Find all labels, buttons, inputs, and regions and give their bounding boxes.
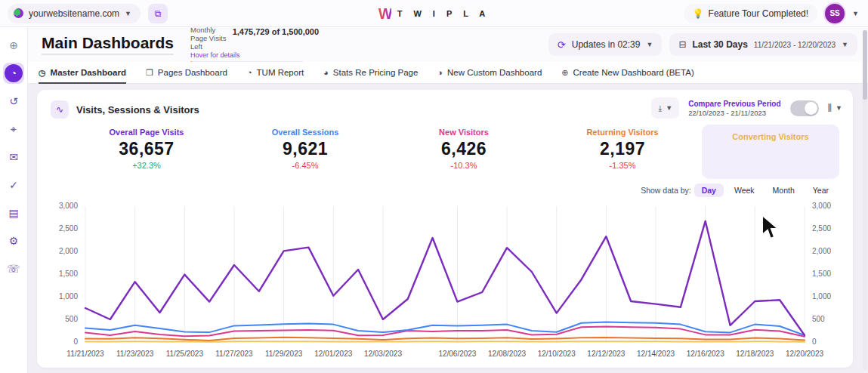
x-axis-tick: 12/01/2023 — [314, 350, 352, 358]
tab-tum-report[interactable]: ◔TUM Report — [247, 62, 304, 84]
updates-label: Updates in 02:39 — [572, 39, 641, 50]
visitors-icon: ↺ — [9, 95, 18, 107]
y-axis-tick: 500 — [812, 315, 825, 323]
tab-create-new-dashboard-beta[interactable]: ⊕Create New Dashboard (BETA) — [561, 62, 693, 84]
metric-label: Overall Page Visits — [67, 128, 226, 137]
granularity-option-day[interactable]: Day — [694, 183, 724, 197]
x-axis-tick: 12/14/2023 — [637, 350, 675, 358]
chart-svg: 005005001,0001,0001,5001,5002,0002,0002,… — [46, 200, 844, 362]
scrollbar-thumb[interactable] — [863, 30, 867, 100]
x-axis-tick: 12/18/2023 — [736, 350, 774, 358]
plus-circle-icon: ⊕ — [9, 39, 18, 51]
y-axis-tick: 2,000 — [812, 247, 831, 255]
monthly-quota: Monthly Page Visits Left 1,475,729 of 1,… — [190, 26, 319, 63]
tum-report-icon: ◔ — [247, 68, 252, 77]
feature-tour-label: Feature Tour Completed! — [709, 8, 809, 19]
updates-pill[interactable]: ⟳ Updates in 02:39 ▼ — [548, 33, 663, 56]
main-content: ∿ Visits, Sessions & Visitors ⤓ ▼ Compar… — [28, 84, 868, 373]
avatar[interactable]: SS — [825, 4, 845, 23]
sidebar-item-company[interactable]: ▤ — [3, 202, 24, 223]
new-custom-dashboard-icon: ◑ — [437, 68, 443, 77]
quota-count: 1,475,729 of 1,500,000 — [233, 27, 319, 36]
tab-label: Master Dashboard — [51, 68, 126, 77]
chevron-down-icon: ▼ — [836, 104, 842, 112]
chevron-down-icon: ▼ — [646, 41, 653, 48]
series-line-converting-visitors — [85, 341, 805, 342]
metric-overall-sessions[interactable]: Overall Sessions9,621-6.45% — [226, 128, 385, 170]
dashboard-icon: ◔ — [5, 64, 23, 82]
sidebar-item-behavior[interactable]: ⌖ — [3, 119, 24, 140]
download-button[interactable]: ⤓ ▼ — [651, 97, 679, 119]
metric-new-visitors[interactable]: New Visitors6,426-10.3% — [385, 128, 543, 170]
show-data-by: Show data by:DayWeekMonthYear — [641, 183, 836, 197]
metric-overall-page-visits[interactable]: Overall Page Visits36,657+32.3% — [67, 128, 226, 170]
x-axis-tick: 11/25/2023 — [166, 350, 204, 358]
series-line-overall-page-visits — [85, 221, 805, 335]
quota-hover-link[interactable]: Hover for details — [190, 51, 319, 59]
y-axis-tick: 1,500 — [59, 270, 78, 278]
tab-stats-re-pricing-page[interactable]: ◕Stats Re Pricing Page — [323, 62, 418, 84]
metric-label: New Visitors — [385, 128, 543, 137]
behavior-icon: ⌖ — [11, 123, 17, 136]
tab-new-custom-dashboard[interactable]: ◑New Custom Dashboard — [437, 62, 542, 84]
metric-delta: -1.35% — [543, 161, 702, 170]
sidebar-item-add-circle[interactable]: ⊕ — [3, 35, 24, 56]
converting-visitors-card[interactable]: Converting Visitors — [702, 125, 839, 179]
y-axis-tick: 500 — [65, 315, 78, 323]
tab-pages-dashboard[interactable]: ❐Pages Dashboard — [146, 62, 227, 84]
granularity-option-year[interactable]: Year — [805, 183, 836, 197]
metric-value: 36,657 — [67, 139, 226, 159]
metric-delta: -6.45% — [226, 161, 385, 170]
metrics-row: Overall Page Visits36,657+32.3%Overall S… — [67, 128, 747, 170]
line-chart-icon: ∿ — [51, 100, 69, 119]
stats-pricing-icon: ◕ — [323, 68, 329, 77]
tab-label: Pages Dashboard — [158, 68, 227, 77]
open-website-button[interactable]: ⧉ — [148, 4, 168, 23]
metric-value: 9,621 — [226, 139, 385, 159]
download-icon: ⤓ — [658, 103, 662, 113]
compare-previous-period: Compare Previous Period 22/10/2023 - 21/… — [688, 100, 780, 117]
refresh-icon: ⟳ — [558, 39, 566, 51]
sidebar-item-settings[interactable]: ⚙ — [3, 230, 24, 251]
quota-label: Monthly Page Visits Left — [190, 26, 227, 51]
tab-master-dashboard[interactable]: ◷Master Dashboard — [39, 62, 126, 84]
dashboard-tabs: ◷Master Dashboard❐Pages Dashboard◔TUM Re… — [28, 62, 868, 84]
toggle-knob — [805, 102, 817, 115]
sidebar-item-communication[interactable]: ✉ — [3, 146, 24, 168]
y-axis-tick: 2,500 — [812, 224, 831, 233]
top-bar: yourwebsitename.com ▼ ⧉ W T W I P L A 💡 … — [0, 0, 868, 27]
vertical-scrollbar[interactable] — [863, 30, 867, 370]
metric-value: 6,426 — [385, 139, 543, 159]
website-selector[interactable]: yourwebsitename.com ▼ — [8, 4, 141, 23]
sidebar-nav: ⊕◔↺⌖✉✓▤⚙☏ — [0, 27, 28, 373]
chevron-down-icon: ▼ — [666, 104, 672, 112]
metric-value: 2,197 — [543, 139, 702, 159]
page-title: Main Dashboards — [42, 34, 174, 55]
date-range-pill[interactable]: ⊟ Last 30 Days 11/21/2023 - 12/20/2023 ▼ — [669, 33, 857, 56]
create-dashboard-icon: ⊕ — [561, 68, 568, 78]
feature-tour-button[interactable]: 💡 Feature Tour Completed! — [684, 4, 818, 23]
sidebar-item-support[interactable]: ☏ — [3, 258, 24, 279]
shield-check-icon: ✓ — [9, 179, 18, 191]
sidebar-item-dashboards[interactable]: ◔ — [3, 63, 24, 84]
tab-label: TUM Report — [257, 68, 304, 77]
card-title: Visits, Sessions & Visitors — [76, 104, 199, 116]
master-dashboard-icon: ◷ — [39, 68, 46, 78]
sidebar-item-visitors[interactable]: ↺ — [3, 91, 24, 112]
tab-label: New Custom Dashboard — [447, 68, 542, 77]
granularity-option-week[interactable]: Week — [727, 183, 762, 197]
granularity-option-month[interactable]: Month — [765, 183, 802, 197]
briefcase-icon: ▤ — [8, 207, 18, 219]
chart-settings-button[interactable]: ⫼ ▼ — [828, 103, 842, 113]
sidebar-item-privacy[interactable]: ✓ — [3, 174, 24, 196]
account-chevron-down-icon[interactable]: ▼ — [852, 10, 859, 17]
y-axis-tick: 0 — [812, 338, 817, 346]
metric-returning-visitors[interactable]: Returning Visitors2,197-1.35% — [543, 128, 702, 170]
x-axis-tick: 12/10/2023 — [538, 350, 576, 358]
compare-toggle[interactable] — [790, 100, 819, 116]
chart-area[interactable]: 005005001,0001,0001,5001,5002,0002,0002,… — [46, 200, 844, 362]
period-label: Last 30 Days — [692, 39, 747, 50]
metric-delta: -10.3% — [385, 161, 543, 170]
y-axis-tick: 3,000 — [59, 202, 78, 210]
y-axis-tick: 0 — [73, 338, 78, 346]
